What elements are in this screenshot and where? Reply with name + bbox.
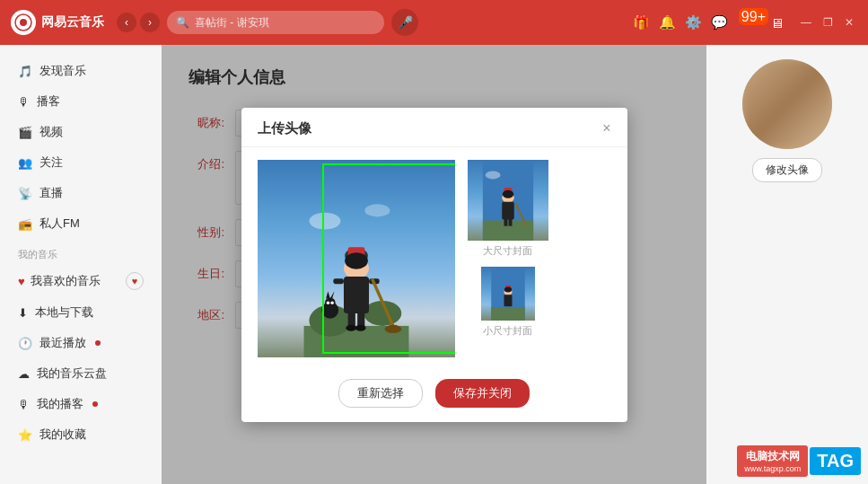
svg-rect-31 — [502, 201, 514, 219]
my-podcast-icon: 🎙 — [18, 398, 30, 411]
svg-rect-40 — [504, 295, 512, 306]
avatar-preview — [742, 59, 832, 149]
sidebar-item-label: 播客 — [37, 93, 60, 110]
watermark-tag: TAG — [817, 451, 854, 471]
watermark-url: www.tagxp.com — [744, 464, 801, 473]
download-icon: ⬇ — [18, 306, 28, 320]
large-preview — [468, 160, 548, 241]
dialog-title: 上传头像 — [258, 120, 311, 137]
avatar-preview-image — [742, 59, 832, 149]
sidebar-item-discover[interactable]: 🎵 发现音乐 — [0, 56, 162, 86]
svg-point-1 — [20, 19, 27, 26]
sidebar-item-label: 我的播客 — [37, 396, 83, 412]
sidebar-item-cloud[interactable]: ☁ 我的音乐云盘 — [0, 358, 162, 389]
sidebar-item-follow[interactable]: 👥 关注 — [0, 147, 162, 178]
restore-button[interactable]: ❐ — [820, 14, 836, 31]
logo: 网易云音乐 — [11, 10, 110, 35]
sidebar-item-liked[interactable]: ♥ 我喜欢的音乐 ♥ — [0, 265, 162, 297]
minimize-button[interactable]: — — [798, 14, 814, 31]
crop-selection[interactable] — [322, 163, 455, 354]
crop-content — [258, 160, 455, 357]
sidebar-item-fm[interactable]: 📻 私人FM — [0, 208, 162, 239]
cloud-icon: ☁ — [18, 367, 30, 381]
nav-back-button[interactable]: ‹ — [117, 13, 136, 32]
svg-rect-28 — [482, 220, 532, 241]
sidebar-item-label: 本地与下载 — [35, 304, 93, 321]
dialog-overlay[interactable]: 上传头像 × — [162, 45, 706, 484]
sidebar-item-recent[interactable]: 🕐 最近播放 — [0, 328, 162, 358]
podcast-dot — [92, 401, 98, 407]
dialog-close-button[interactable]: × — [602, 121, 610, 136]
live-icon: 📡 — [18, 187, 32, 200]
mic-button[interactable]: 🎤 — [391, 9, 418, 36]
fm-icon: 📻 — [18, 217, 32, 231]
liked-label: 我喜欢的音乐 — [31, 273, 101, 289]
watermark: 电脑技术网 www.tagxp.com TAG — [737, 445, 861, 477]
main: 🎵 发现音乐 🎙 播客 🎬 视频 👥 关注 📡 直播 📻 私人FM 我的音乐 ♥ — [0, 45, 868, 484]
preview-panel: 大尺寸封面 — [468, 160, 548, 357]
bell-icon[interactable]: 🔔 — [659, 14, 676, 31]
sidebar-item-live[interactable]: 📡 直播 — [0, 178, 162, 208]
small-preview-label: 小尺寸封面 — [483, 324, 532, 338]
liked-label-group: ♥ 我喜欢的音乐 — [18, 273, 101, 289]
sidebar-item-label: 私人FM — [39, 216, 80, 232]
topbar-actions: 🎁 🔔 ⚙️ 💬 99+ 🖥 — [633, 14, 784, 31]
sidebar-item-label: 视频 — [39, 124, 63, 140]
nav-forward-button[interactable]: › — [140, 13, 160, 32]
sidebar-item-collect[interactable]: ⭐ 我的收藏 — [0, 419, 162, 450]
close-button[interactable]: ✕ — [841, 14, 857, 31]
follow-icon: 👥 — [18, 156, 32, 170]
sidebar-item-label: 最近播放 — [39, 335, 86, 351]
sidebar-item-my-podcast[interactable]: 🎙 我的播客 — [0, 389, 162, 419]
sidebar-item-label: 我的音乐云盘 — [37, 365, 107, 382]
sidebar-item-label: 直播 — [39, 185, 63, 201]
watermark-title: 电脑技术网 — [744, 449, 801, 464]
settings-icon[interactable]: ⚙️ — [685, 14, 702, 31]
svg-point-27 — [485, 171, 500, 179]
recent-dot — [95, 340, 101, 346]
logo-text: 网易云音乐 — [41, 14, 104, 31]
change-avatar-button[interactable]: 修改头像 — [752, 158, 822, 182]
dialog-body: 大尺寸封面 — [241, 147, 627, 370]
upload-dialog: 上传头像 × — [241, 108, 627, 422]
message-icon[interactable]: 💬 99+ — [711, 14, 761, 31]
small-preview-image — [481, 267, 535, 321]
search-bar[interactable]: 🔍 喜帖街 - 谢安琪 — [167, 11, 384, 34]
heart-icon: ♥ — [18, 275, 25, 288]
logo-icon — [11, 10, 36, 35]
large-preview-label: 大尺寸封面 — [483, 244, 532, 258]
search-text: 喜帖街 - 谢安琪 — [195, 15, 269, 31]
svg-point-34 — [502, 189, 513, 198]
save-close-button[interactable]: 保存并关闭 — [435, 379, 530, 408]
win-controls: — ❐ ✕ — [798, 14, 857, 31]
podcast-icon: 🎙 — [18, 95, 30, 109]
small-preview — [481, 267, 535, 321]
video-icon: 🎬 — [18, 126, 32, 139]
add-liked-button[interactable]: ♥ — [126, 272, 144, 290]
crop-area[interactable] — [258, 160, 455, 357]
sidebar: 🎵 发现音乐 🎙 播客 🎬 视频 👥 关注 📡 直播 📻 私人FM 我的音乐 ♥ — [0, 45, 162, 484]
svg-point-41 — [504, 286, 511, 292]
sidebar-item-label: 我的收藏 — [39, 427, 86, 443]
gift-icon[interactable]: 🎁 — [633, 14, 650, 31]
sidebar-item-download[interactable]: ⬇ 本地与下载 — [0, 297, 162, 328]
recent-icon: 🕐 — [18, 337, 32, 350]
sidebar-item-label: 发现音乐 — [39, 63, 86, 79]
nav-arrows: ‹ › — [117, 13, 160, 32]
screen-icon[interactable]: 🖥 — [770, 15, 784, 31]
content-area: 编辑个人信息 昵称: 介绍: 性别: 男 女 保密 生日: 地区: — [162, 45, 706, 484]
right-panel: 修改头像 — [706, 45, 868, 484]
dialog-header: 上传头像 × — [241, 108, 627, 147]
message-badge: 99+ — [739, 8, 768, 25]
dialog-footer: 重新选择 保存并关闭 — [241, 370, 627, 422]
svg-rect-33 — [508, 218, 512, 225]
discover-icon: 🎵 — [18, 65, 32, 78]
sidebar-item-podcast[interactable]: 🎙 播客 — [0, 86, 162, 117]
my-music-section-title: 我的音乐 — [0, 239, 162, 265]
svg-rect-37 — [491, 307, 525, 321]
large-preview-image — [468, 160, 548, 241]
topbar: 网易云音乐 ‹ › 🔍 喜帖街 - 谢安琪 🎤 🎁 🔔 ⚙️ 💬 99+ 🖥 —… — [0, 0, 868, 45]
svg-rect-32 — [504, 218, 507, 225]
reselect-button[interactable]: 重新选择 — [338, 379, 423, 408]
sidebar-item-video[interactable]: 🎬 视频 — [0, 117, 162, 147]
